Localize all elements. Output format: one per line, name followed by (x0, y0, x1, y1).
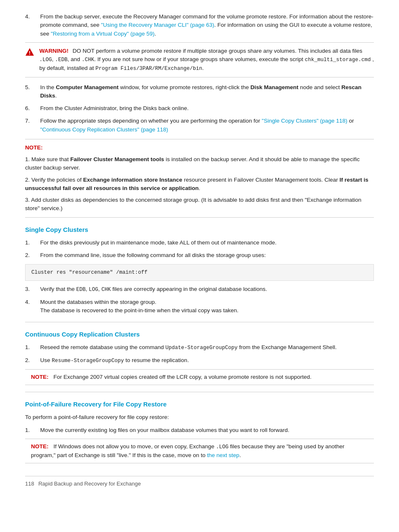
bold-failover-tools: Failover Cluster Management tools (70, 156, 164, 162)
step-7-num: 7. (25, 117, 40, 134)
pof-note-label: NOTE: (31, 443, 49, 450)
scc-step-4: 4. Mount the databases within the storag… (25, 298, 374, 315)
scc-step-1-num: 1. (25, 239, 40, 247)
scc-step-3-num: 3. (25, 285, 40, 294)
scc-step-4-num: 4. (25, 298, 40, 315)
step-7-text: Follow the appropriate steps depending o… (40, 117, 374, 134)
step-6: 6. From the Cluster Administrator, bring… (25, 104, 374, 113)
code-log2: LOG (89, 287, 98, 293)
single-copy-clusters-heading: Single Copy Clusters (25, 225, 374, 235)
scc-step-2-text: From the command line, issue the followi… (40, 251, 374, 260)
step-6-num: 6. (25, 104, 40, 113)
warning-box: ! WARNING! DO NOT perform a volume promo… (25, 42, 374, 77)
scc-step-1-text: For the disks previously put in maintena… (40, 239, 374, 247)
warning-label: WARNING! (39, 48, 69, 54)
footer: 118 Rapid Backup and Recovery for Exchan… (25, 476, 374, 488)
code-cluster-res: Cluster res "resourcename" /maint:off (25, 264, 374, 281)
step-4-num: 4. (25, 13, 40, 38)
footer-text: Rapid Backup and Recovery for Exchange (38, 480, 141, 488)
code-log: .LOG (39, 57, 52, 63)
scc-step-2-num: 2. (25, 251, 40, 260)
pof-note-text: If Windows does not allow you to move, o… (31, 443, 344, 458)
step-5-text: In the Computer Management window, for v… (40, 83, 374, 100)
step-4-text: From the backup server, execute the Reco… (40, 13, 374, 38)
code-chk-multi: chk_multi_storage.cmd (305, 57, 371, 63)
pof-intro: To perform a point-of-failure recovery f… (25, 413, 374, 421)
scc-step-3-text: Verify that the EDB, LOG, CHK files are … (40, 285, 374, 294)
cc-note: NOTE: For Exchange 2007 virtual copies c… (25, 369, 374, 385)
step-5: 5. In the Computer Management window, fo… (25, 83, 374, 100)
pof-step-1-num: 1. (25, 426, 40, 434)
scc-step-1: 1. For the disks previously put in maint… (25, 239, 374, 247)
link-recovery-manager-cli[interactable]: "Using the Recovery Manager CLI" (page 6… (101, 22, 215, 28)
cc-step-2-num: 2. (25, 356, 40, 365)
code-resume-storage: Resume-StorageGroupCopy (52, 358, 124, 364)
bold-computer-management: Computer Management (56, 84, 119, 90)
pof-step-1-text: Move the currently existing log files on… (40, 426, 374, 434)
step-4: 4. From the backup server, execute the R… (25, 13, 374, 38)
divider-1 (25, 322, 374, 322)
step-6-text: From the Cluster Administrator, bring th… (40, 104, 374, 113)
bold-disk-management: Disk Management (251, 84, 299, 90)
link-continuous-copy-clusters[interactable]: "Continuous Copy Replication Clusters" (… (40, 126, 168, 133)
scc-step-4-sub: The database is recovered to the point-i… (40, 307, 238, 314)
note-para-3: 3. Add cluster disks as dependencies to … (25, 196, 374, 213)
pof-step-1: 1. Move the currently existing log files… (25, 426, 374, 434)
single-copy-clusters-section: Single Copy Clusters 1. For the disks pr… (25, 225, 374, 315)
cc-step-2-text: Use Resume-StorageGroupCopy to resume th… (40, 356, 374, 365)
code-chk2: CHK (101, 287, 111, 293)
point-of-failure-section: Point-of-Failure Recovery for File Copy … (25, 400, 374, 463)
note-para-1: 1. Make sure that Failover Cluster Manag… (25, 155, 374, 172)
step-5-num: 5. (25, 83, 40, 100)
scc-step-3: 3. Verify that the EDB, LOG, CHK files a… (25, 285, 374, 294)
pof-note: NOTE: If Windows does not allow you to m… (25, 439, 374, 463)
code-program-files: Program Files/3PAR/RM/Exchange/bin (95, 66, 202, 72)
point-of-failure-heading: Point-of-Failure Recovery for File Copy … (25, 400, 374, 409)
bold-exchange-info-store: Exchange information store Instance (83, 177, 182, 183)
link-next-step[interactable]: the next step (207, 452, 239, 458)
code-update-storage: Update-StorageGroupCopy (165, 345, 238, 351)
scc-step-2: 2. From the command line, issue the foll… (25, 251, 374, 260)
bold-if-restart: If restart is unsuccessful fail over all… (25, 177, 368, 191)
code-chk: .CHK (82, 57, 94, 63)
step-7: 7. Follow the appropriate steps dependin… (25, 117, 374, 134)
code-log3: .LOG (216, 444, 228, 450)
cc-step-1-num: 1. (25, 343, 40, 352)
page-content: 4. From the backup server, execute the R… (25, 13, 374, 463)
warning-triangle-icon: ! (25, 47, 35, 59)
code-edb: .EDB (55, 57, 68, 63)
cc-step-1: 1. Reseed the remote database using the … (25, 343, 374, 352)
svg-text:!: ! (29, 50, 31, 56)
warning-text: WARNING! DO NOT perform a volume promote… (39, 47, 374, 73)
continuous-copy-section: Continuous Copy Replication Clusters 1. … (25, 330, 374, 385)
note-para-0: NOTE: (25, 144, 374, 152)
scc-step-4-text: Mount the databases within the storage g… (40, 298, 374, 315)
note-label: NOTE: (25, 144, 43, 151)
code-edb2: EDB (76, 287, 86, 293)
cc-note-label: NOTE: (31, 374, 49, 380)
cc-note-text: For Exchange 2007 virtual copies created… (54, 374, 312, 380)
cc-step-1-text: Reseed the remote database using the com… (40, 343, 374, 352)
continuous-copy-heading: Continuous Copy Replication Clusters (25, 330, 374, 339)
note-section: NOTE: 1. Make sure that Failover Cluster… (25, 139, 374, 218)
divider-2 (25, 392, 374, 392)
link-restoring-virtual-copy[interactable]: "Restoring from a Virtual Copy" (page 59… (51, 31, 155, 37)
page-number: 118 (25, 480, 34, 488)
note-para-2: 2. Verify the policies of Exchange infor… (25, 176, 374, 193)
link-single-copy-clusters[interactable]: "Single Copy Clusters" (page 118) (262, 118, 348, 124)
cc-step-2: 2. Use Resume-StorageGroupCopy to resume… (25, 356, 374, 365)
